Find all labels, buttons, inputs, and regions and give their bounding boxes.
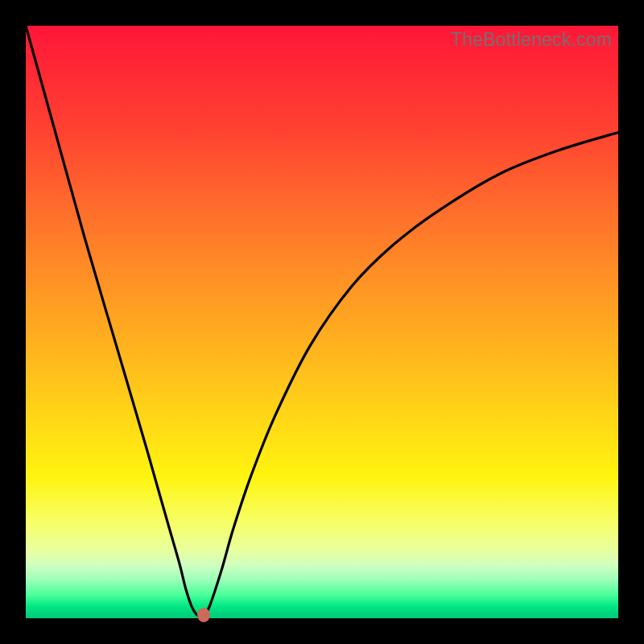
bottleneck-curve: [26, 26, 618, 618]
curve-path: [26, 26, 618, 617]
plot-area: TheBottleneck.com: [26, 26, 618, 618]
chart-stage: TheBottleneck.com: [0, 0, 644, 644]
min-point-marker: [197, 608, 210, 622]
